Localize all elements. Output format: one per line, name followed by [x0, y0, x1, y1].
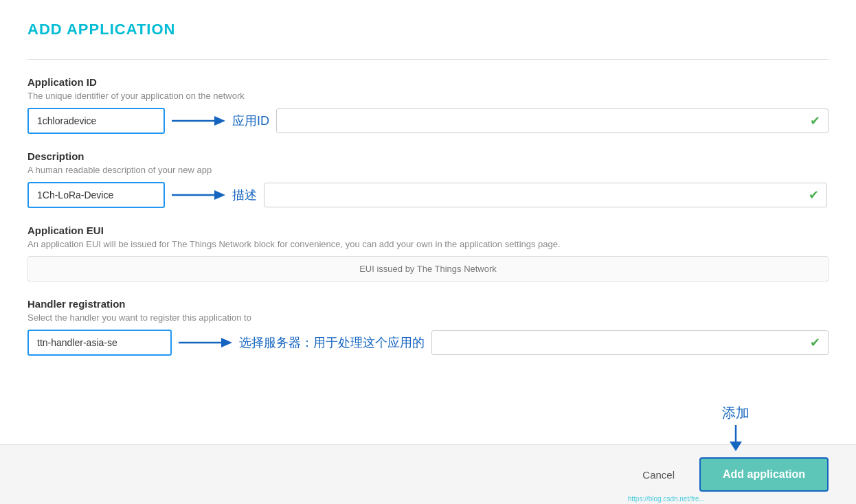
handler-label: Handler registration	[27, 298, 829, 310]
description-extend-input[interactable]	[264, 183, 827, 207]
handler-extend-input[interactable]	[431, 330, 829, 355]
description-input[interactable]	[27, 182, 165, 208]
application-id-annotation-text: 应用ID	[232, 113, 269, 129]
add-annotation-text: 添加	[722, 404, 750, 422]
description-hint: A human readable description of your new…	[27, 165, 829, 175]
svg-marker-3	[214, 190, 225, 200]
application-id-extend-input[interactable]	[276, 108, 829, 133]
handler-row: 选择服务器：用于处理这个应用的 ✔	[27, 330, 829, 356]
page-container: ADD APPLICATION Application ID The uniqu…	[0, 0, 856, 504]
description-extend-wrapper: ✔	[264, 183, 827, 207]
application-id-extend-wrapper: ✔	[276, 108, 829, 133]
application-id-label: Application ID	[27, 76, 829, 88]
svg-marker-5	[221, 338, 232, 347]
main-content: ADD APPLICATION Application ID The uniqu…	[0, 0, 856, 444]
page-title: ADD APPLICATION	[27, 21, 829, 38]
eui-hint: An application EUI will be issued for Th…	[27, 239, 829, 249]
application-id-input[interactable]	[27, 108, 165, 134]
description-row: 描述 ✔	[27, 182, 829, 208]
application-id-valid-icon: ✔	[810, 113, 820, 128]
svg-marker-7	[730, 442, 742, 451]
eui-input[interactable]	[27, 256, 829, 282]
description-arrow-icon	[172, 185, 227, 205]
handler-arrow-icon	[179, 333, 234, 352]
add-application-button[interactable]: Add application	[699, 457, 829, 492]
description-input-wrapper	[27, 182, 165, 208]
application-id-section: Application ID The unique identifier of …	[27, 76, 829, 134]
eui-label: Application EUI	[27, 225, 829, 236]
handler-input[interactable]	[27, 330, 172, 356]
handler-annotation: 选择服务器：用于处理这个应用的	[179, 333, 425, 352]
watermark: https://blog.csdn.net/fre...	[628, 495, 705, 503]
add-annotation-container: 添加	[722, 404, 750, 451]
handler-hint: Select the handler you want to register …	[27, 312, 829, 323]
add-down-arrow-icon	[723, 425, 749, 451]
eui-input-wrapper	[27, 256, 829, 282]
application-id-row: 应用ID ✔	[27, 108, 829, 134]
application-id-arrow-icon	[172, 111, 227, 130]
eui-section: Application EUI An application EUI will …	[27, 225, 829, 282]
handler-extend-wrapper: ✔	[431, 330, 829, 355]
handler-valid-icon: ✔	[810, 335, 820, 350]
divider	[27, 59, 829, 60]
application-id-hint: The unique identifier of your applicatio…	[27, 91, 829, 101]
application-id-input-wrapper	[27, 108, 165, 134]
description-annotation: 描述	[172, 185, 257, 205]
footer-bar: 添加 Cancel Add application https://blog.c…	[0, 444, 856, 504]
description-section: Description A human readable description…	[27, 150, 829, 208]
handler-annotation-text: 选择服务器：用于处理这个应用的	[239, 334, 425, 351]
description-valid-icon: ✔	[809, 187, 819, 203]
application-id-annotation: 应用ID	[172, 111, 269, 130]
description-annotation-text: 描述	[232, 187, 257, 203]
description-label: Description	[27, 150, 829, 162]
handler-input-wrapper	[27, 330, 172, 356]
svg-marker-1	[214, 116, 225, 126]
handler-section: Handler registration Select the handler …	[27, 298, 829, 356]
cancel-button[interactable]: Cancel	[631, 463, 686, 486]
